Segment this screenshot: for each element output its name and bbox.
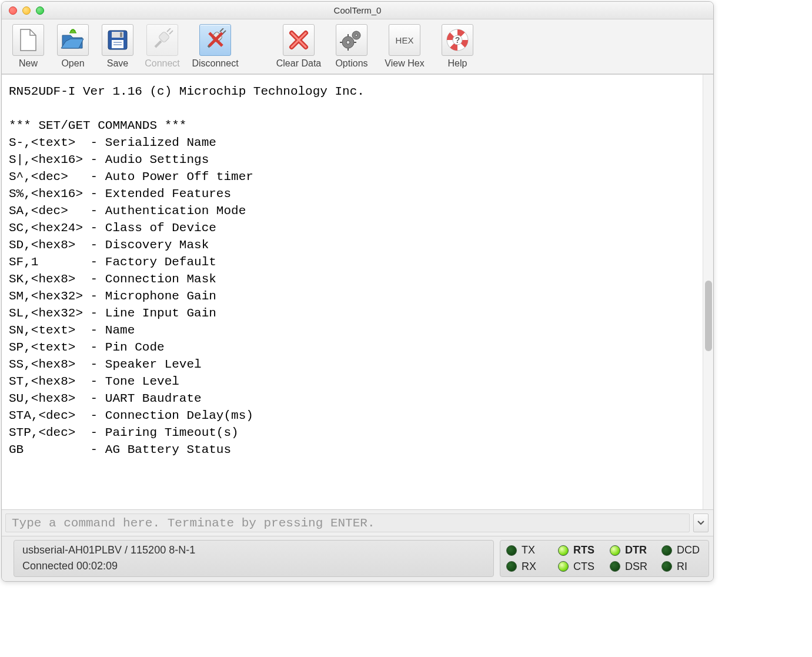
- dtr-label: DTR: [625, 544, 651, 556]
- dcd-label: DCD: [677, 544, 703, 556]
- svg-rect-3: [112, 40, 123, 48]
- new-label: New: [19, 58, 38, 69]
- rx-led-group: RX: [506, 561, 547, 573]
- connect-label: Connect: [145, 58, 180, 69]
- command-input[interactable]: Type a command here. Terminate by pressi…: [5, 513, 690, 532]
- connect-plug-icon: [146, 24, 178, 56]
- connect-button[interactable]: Connect: [141, 22, 184, 71]
- window-controls: [2, 6, 44, 15]
- svg-rect-2: [120, 32, 122, 37]
- view-hex-button[interactable]: HEX View Hex: [375, 22, 435, 71]
- dcd-led-group: DCD: [661, 544, 703, 556]
- ri-led-group: RI: [661, 561, 703, 573]
- clear-label: Clear Data: [276, 58, 321, 69]
- titlebar: CoolTerm_0: [2, 2, 713, 19]
- terminal-output[interactable]: RN52UDF-I Ver 1.16 (c) Microchip Technol…: [2, 74, 713, 509]
- toolbar: New Open: [2, 19, 713, 74]
- svg-text:?: ?: [455, 35, 460, 45]
- options-label: Options: [335, 58, 367, 69]
- disconnect-button[interactable]: Disconnect: [185, 22, 245, 71]
- rx-led: [506, 561, 517, 572]
- new-button[interactable]: New: [6, 22, 50, 71]
- zoom-window-button[interactable]: [36, 6, 44, 15]
- scrollbar[interactable]: [703, 75, 713, 509]
- disconnect-label: Disconnect: [192, 58, 238, 69]
- signal-leds-box: TX RTS DTR DCD RX CTS: [500, 540, 709, 577]
- app-window: CoolTerm_0 New Open: [1, 1, 714, 582]
- svg-line-10: [220, 28, 223, 32]
- minimize-window-button[interactable]: [22, 6, 31, 15]
- close-window-button[interactable]: [9, 6, 17, 15]
- open-button[interactable]: Open: [51, 22, 95, 71]
- dcd-led: [661, 545, 672, 556]
- svg-point-15: [346, 41, 350, 44]
- dtr-led: [610, 545, 620, 556]
- cts-led-group: CTS: [558, 561, 599, 573]
- open-label: Open: [61, 58, 84, 69]
- svg-line-7: [167, 28, 171, 32]
- rts-led: [558, 545, 569, 556]
- svg-point-17: [355, 34, 357, 36]
- status-bar: usbserial-AH01PLBV / 115200 8-N-1 Connec…: [2, 536, 713, 581]
- hex-icon: HEX: [389, 24, 420, 56]
- view-hex-label: View Hex: [385, 58, 424, 69]
- help-lifebuoy-icon: ?: [442, 24, 473, 56]
- disconnect-plug-icon: [199, 24, 231, 56]
- gear-icon: [336, 24, 367, 56]
- connection-time-text: Connected 00:02:09: [22, 560, 485, 572]
- save-disk-icon: [102, 24, 133, 56]
- options-button[interactable]: Options: [330, 22, 373, 71]
- scroll-thumb[interactable]: [705, 281, 712, 351]
- history-dropdown-button[interactable]: [693, 513, 709, 532]
- cts-led: [558, 561, 569, 572]
- tx-label: TX: [522, 544, 547, 556]
- terminal-text: RN52UDF-I Ver 1.16 (c) Microchip Technol…: [2, 75, 703, 509]
- rts-label: RTS: [573, 544, 599, 556]
- connection-status-box: usbserial-AH01PLBV / 115200 8-N-1 Connec…: [14, 540, 494, 577]
- command-bar: Type a command here. Terminate by pressi…: [2, 509, 713, 536]
- dtr-led-group[interactable]: DTR: [610, 544, 651, 556]
- svg-line-8: [169, 31, 173, 34]
- dsr-led: [610, 561, 620, 572]
- new-file-icon: [12, 24, 44, 56]
- save-button[interactable]: Save: [96, 22, 139, 71]
- port-settings-text: usbserial-AH01PLBV / 115200 8-N-1: [22, 544, 485, 556]
- chevron-down-icon: [697, 521, 704, 525]
- clear-data-button[interactable]: Clear Data: [269, 22, 329, 71]
- open-folder-icon: [57, 24, 89, 56]
- help-button[interactable]: ? Help: [436, 22, 479, 71]
- cts-label: CTS: [573, 561, 599, 573]
- rx-label: RX: [522, 561, 547, 573]
- tx-led-group: TX: [506, 544, 547, 556]
- clear-x-icon: [283, 24, 315, 56]
- dsr-label: DSR: [625, 561, 651, 573]
- rts-led-group[interactable]: RTS: [558, 544, 599, 556]
- save-label: Save: [107, 58, 128, 69]
- ri-led: [661, 561, 672, 572]
- dsr-led-group: DSR: [610, 561, 651, 573]
- tx-led: [506, 545, 517, 556]
- ri-label: RI: [677, 561, 703, 573]
- help-label: Help: [448, 58, 467, 69]
- window-title: CoolTerm_0: [2, 5, 713, 15]
